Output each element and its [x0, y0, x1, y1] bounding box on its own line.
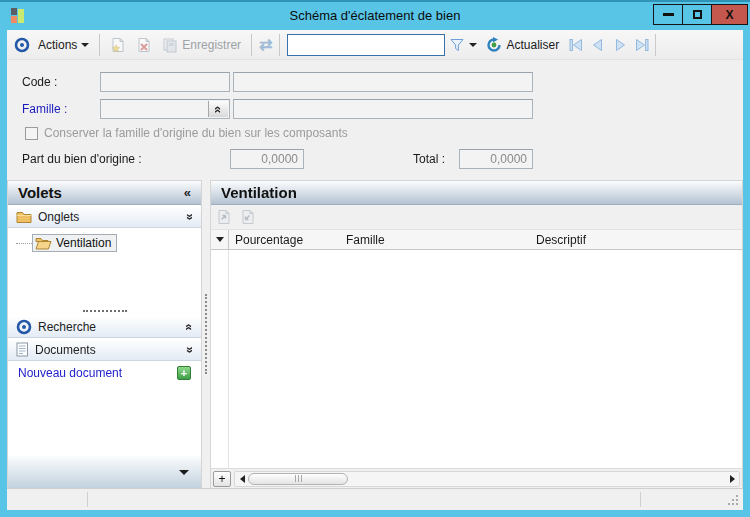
chevron-double-up-icon[interactable]: «	[183, 213, 197, 220]
maximize-icon	[693, 10, 702, 19]
minimize-icon	[663, 13, 674, 16]
ventilation-toolbar	[211, 205, 742, 229]
scroll-left-icon[interactable]	[240, 475, 245, 483]
tree-item-label: Ventilation	[56, 236, 111, 250]
app-window: Schéma d'éclatement de bien X Actions	[0, 0, 750, 517]
column-header-famille[interactable]: Famille	[340, 230, 530, 249]
add-row-button[interactable]: +	[213, 471, 231, 487]
toolbar-separator	[251, 34, 252, 56]
next-record-icon[interactable]	[612, 37, 628, 53]
code-description-field[interactable]	[233, 72, 533, 92]
part-bien-origine-field[interactable]: 0,0000	[230, 149, 304, 169]
header-form: Code : Famille : « Conserver la famille …	[7, 60, 743, 180]
ventilation-panel: Ventilation	[210, 180, 743, 488]
collapse-panel-icon[interactable]: «	[184, 185, 191, 200]
chevron-double-up-icon[interactable]: «	[183, 346, 197, 353]
resize-grip-icon[interactable]	[727, 494, 740, 507]
documents-group-header[interactable]: Documents «	[8, 338, 201, 361]
conserver-famille-checkbox[interactable]	[25, 127, 38, 140]
tree-item-selected-box[interactable]: Ventilation	[32, 234, 117, 252]
sidebar-filler	[8, 383, 201, 456]
sync-icon[interactable]: ⇄	[259, 35, 272, 54]
window-controls: X	[654, 4, 748, 25]
famille-combo-field[interactable]: «	[100, 99, 230, 119]
famille-description-field[interactable]	[233, 99, 533, 119]
last-record-icon[interactable]	[634, 37, 650, 53]
recherche-group-header[interactable]: Recherche «	[8, 315, 201, 338]
onglets-label: Onglets	[38, 210, 79, 224]
chevron-double-down-icon: «	[211, 105, 226, 112]
panel-resize-splitter[interactable]	[202, 180, 210, 488]
tree-connector	[16, 243, 32, 244]
actions-label: Actions	[38, 38, 77, 52]
refresh-label: Actualiser	[506, 38, 559, 52]
scrollbar-thumb[interactable]	[248, 473, 348, 485]
actions-dropdown-button[interactable]: Actions	[33, 36, 94, 54]
actions-target-icon	[14, 37, 30, 53]
status-divider	[640, 492, 641, 507]
title-bar: Schéma d'éclatement de bien X	[0, 4, 750, 30]
maximize-button[interactable]	[682, 4, 712, 25]
minimize-button[interactable]	[653, 4, 683, 25]
chevron-double-down-icon[interactable]: «	[183, 323, 197, 330]
delete-item-button[interactable]	[131, 35, 157, 55]
toolbar-separator	[655, 34, 656, 56]
ventilation-header: Ventilation	[211, 181, 742, 205]
onglets-tree: Ventilation	[8, 228, 201, 307]
save-button[interactable]: Enregistrer	[157, 35, 246, 55]
save-icon	[162, 37, 178, 53]
splitter-dots-icon	[205, 294, 207, 374]
filter-icon[interactable]	[449, 37, 465, 53]
main-toolbar: Actions	[7, 30, 743, 60]
conserver-famille-checkbox-row: Conserver la famille d'origine du bien s…	[25, 126, 348, 140]
add-document-button[interactable]: +	[177, 366, 191, 380]
volets-header: Volets «	[8, 181, 201, 205]
code-label: Code :	[22, 75, 57, 89]
volets-title: Volets	[18, 184, 62, 201]
total-field[interactable]: 0,0000	[459, 149, 533, 169]
conserver-famille-label: Conserver la famille d'origine du bien s…	[44, 126, 348, 140]
status-divider	[87, 492, 88, 507]
part-bien-origine-label: Part du bien d'origine :	[22, 152, 142, 166]
famille-label[interactable]: Famille :	[22, 102, 67, 116]
close-button[interactable]: X	[711, 4, 748, 25]
sidebar-splitter-handle[interactable]	[8, 307, 201, 315]
record-navigation	[568, 37, 650, 53]
first-record-icon[interactable]	[568, 37, 584, 53]
scrollbar-track[interactable]	[234, 471, 740, 487]
content-area: Volets « Onglets «	[7, 180, 743, 488]
status-bar	[7, 488, 743, 510]
folder-open-icon	[35, 237, 52, 250]
grid-header-row: Pourcentage Famille Descriptif	[211, 229, 742, 250]
column-header-descriptif[interactable]: Descriptif	[530, 230, 742, 249]
onglets-group-header[interactable]: Onglets «	[8, 205, 201, 228]
export-page-icon[interactable]	[216, 209, 232, 225]
toolbar-separator	[99, 34, 100, 56]
chevron-down-icon	[81, 43, 89, 47]
new-document-icon	[110, 37, 126, 53]
search-input[interactable]	[287, 34, 445, 56]
tree-item-ventilation[interactable]: Ventilation	[8, 234, 201, 252]
column-header-pourcentage[interactable]: Pourcentage	[229, 230, 340, 249]
ventilation-title: Ventilation	[221, 184, 297, 201]
refresh-button[interactable]: Actualiser	[481, 35, 564, 55]
filter-dropdown-icon[interactable]	[469, 43, 477, 47]
sidebar-footer	[8, 456, 201, 488]
new-document-link[interactable]: Nouveau document	[18, 366, 122, 380]
delete-document-icon	[136, 37, 152, 53]
famille-combo-button[interactable]: «	[208, 101, 228, 117]
window-title: Schéma d'éclatement de bien	[0, 4, 750, 30]
refresh-icon	[486, 37, 502, 53]
new-document-row: Nouveau document +	[8, 361, 201, 383]
new-item-button[interactable]	[105, 35, 131, 55]
import-page-icon[interactable]	[240, 209, 256, 225]
recherche-label: Recherche	[38, 320, 96, 334]
total-label: Total :	[413, 152, 445, 166]
panel-overflow-arrow-icon[interactable]	[179, 470, 189, 475]
previous-record-icon[interactable]	[590, 37, 606, 53]
code-field[interactable]	[100, 72, 230, 92]
scroll-right-icon[interactable]	[730, 475, 735, 483]
row-marker-column	[211, 230, 229, 249]
save-label: Enregistrer	[182, 38, 241, 52]
row-marker-rail	[211, 250, 229, 468]
